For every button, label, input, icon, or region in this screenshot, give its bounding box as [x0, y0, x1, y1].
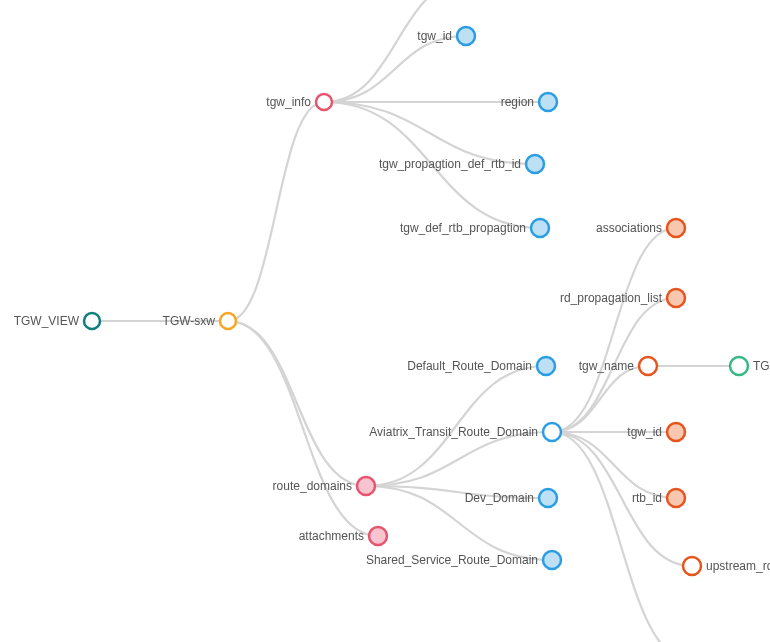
tree-node[interactable]: TGW-sxw: [730, 357, 770, 375]
tree-node[interactable]: rtb_id: [632, 489, 685, 507]
tree-link: [366, 432, 552, 486]
node-label: Aviatrix_Transit_Route_Domain: [369, 425, 538, 439]
node-label: tgw_name: [579, 359, 635, 373]
tree-node[interactable]: region: [501, 93, 557, 111]
node-circle-icon[interactable]: [543, 551, 561, 569]
tree-node[interactable]: TGW_VIEW: [14, 313, 100, 329]
node-label: tgw_id: [627, 425, 662, 439]
node-circle-icon[interactable]: [537, 357, 555, 375]
tree-link: [324, 0, 470, 102]
node-circle-icon[interactable]: [220, 313, 236, 329]
node-label: Shared_Service_Route_Domain: [366, 553, 538, 567]
tree-link: [552, 432, 676, 498]
node-circle-icon[interactable]: [543, 423, 561, 441]
node-circle-icon[interactable]: [316, 94, 332, 110]
tree-node[interactable]: Shared_Service_Route_Domain: [366, 551, 561, 569]
node-label: region: [501, 95, 534, 109]
tree-node[interactable]: tgw_id: [627, 423, 685, 441]
node-circle-icon[interactable]: [531, 219, 549, 237]
tree-node[interactable]: tgw_propagtion_def_rtb_id: [379, 155, 544, 173]
node-label: TGW-sxw: [753, 359, 770, 373]
node-circle-icon[interactable]: [84, 313, 100, 329]
tree-link: [228, 321, 366, 486]
tree-node[interactable]: upstream_rds: [683, 557, 770, 575]
node-circle-icon[interactable]: [667, 423, 685, 441]
node-circle-icon[interactable]: [667, 219, 685, 237]
node-label: rd_propagation_list: [560, 291, 663, 305]
node-circle-icon[interactable]: [667, 289, 685, 307]
tree-node[interactable]: TGW-sxw: [163, 313, 236, 329]
node-circle-icon[interactable]: [683, 557, 701, 575]
node-label: Default_Route_Domain: [407, 359, 532, 373]
tree-node[interactable]: tgw_info: [266, 94, 332, 110]
tree-node[interactable]: associations: [596, 219, 685, 237]
tree-link: [552, 432, 690, 642]
node-circle-icon[interactable]: [730, 357, 748, 375]
tree-link: [228, 102, 324, 321]
node-circle-icon[interactable]: [457, 27, 475, 45]
node-label: tgw_def_rtb_propagtion: [400, 221, 526, 235]
tree-link: [228, 321, 378, 536]
tree-diagram[interactable]: TGW_VIEWTGW-sxwtgw_infotgw_idregiontgw_p…: [0, 0, 770, 642]
tree-link: [552, 228, 676, 432]
node-circle-icon[interactable]: [526, 155, 544, 173]
node-label: TGW-sxw: [163, 314, 216, 328]
tree-link: [324, 102, 535, 164]
tree-node[interactable]: Aviatrix_Transit_Route_Domain: [369, 423, 561, 441]
node-label: tgw_info: [266, 95, 311, 109]
tree-node[interactable]: tgw_name: [579, 357, 657, 375]
node-label: rtb_id: [632, 491, 662, 505]
node-circle-icon[interactable]: [667, 489, 685, 507]
node-circle-icon[interactable]: [539, 93, 557, 111]
node-circle-icon[interactable]: [357, 477, 375, 495]
node-label: attachments: [299, 529, 364, 543]
node-circle-icon[interactable]: [369, 527, 387, 545]
tree-node[interactable]: tgw_id: [417, 27, 475, 45]
node-label: route_domains: [273, 479, 352, 493]
nodes-layer: TGW_VIEWTGW-sxwtgw_infotgw_idregiontgw_p…: [14, 27, 770, 575]
node-circle-icon[interactable]: [539, 489, 557, 507]
tree-node[interactable]: Dev_Domain: [465, 489, 557, 507]
node-label: Dev_Domain: [465, 491, 534, 505]
tree-node[interactable]: route_domains: [273, 477, 375, 495]
tree-node[interactable]: rd_propagation_list: [560, 289, 685, 307]
tree-node[interactable]: attachments: [299, 527, 387, 545]
node-label: tgw_propagtion_def_rtb_id: [379, 157, 521, 171]
node-label: tgw_id: [417, 29, 452, 43]
node-label: TGW_VIEW: [14, 314, 80, 328]
node-label: upstream_rds: [706, 559, 770, 573]
node-label: associations: [596, 221, 662, 235]
node-circle-icon[interactable]: [639, 357, 657, 375]
